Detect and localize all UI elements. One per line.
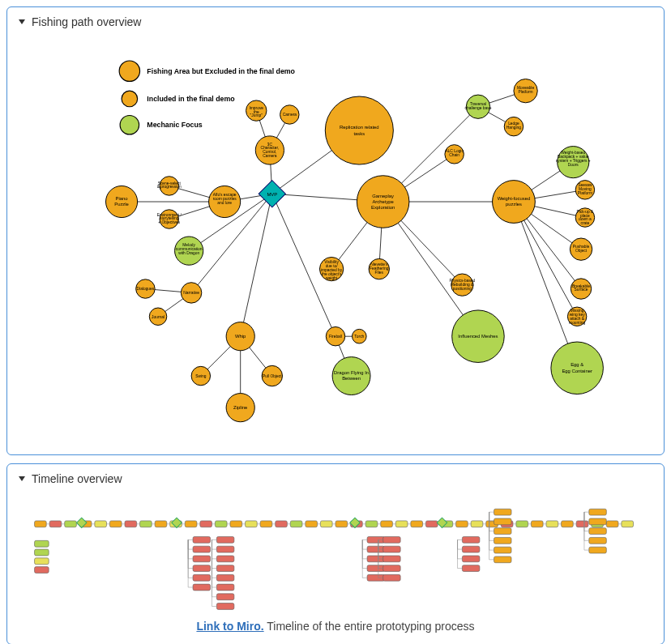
timeline-diagram [19,492,652,613]
svg-text:SeesawMovingPlatform: SeesawMovingPlatform [578,183,592,195]
node-camera: Camera [280,105,299,124]
svg-rect-182 [562,521,574,527]
node-ledge: LedgeHanging [504,117,523,135]
svg-rect-262 [383,565,401,572]
svg-rect-265 [383,574,401,581]
svg-rect-140 [246,521,258,527]
node-influenced: Influenced Meshes [452,310,505,363]
node-physics: Physics-basedRebuilding &positioning [450,274,476,296]
svg-rect-232 [216,594,234,600]
svg-rect-199 [193,546,211,552]
svg-rect-313 [35,540,49,547]
svg-rect-301 [589,518,607,525]
node-traversal: Traversalchallenge base [465,95,492,118]
svg-rect-152 [336,521,348,527]
node-pushable: PushableObject [570,238,592,260]
svg-rect-289 [494,537,512,544]
node-breakable: BreakableSurface [571,279,591,299]
svg-text:Journal: Journal [152,315,165,319]
svg-text:Physics-basedRebuilding &posit: Physics-basedRebuilding &positioning [450,279,476,291]
node-scene: Scene-select& progression [157,177,182,195]
node-nievette: Nievette'sFeatheringFlies [369,258,389,279]
svg-text:Whip: Whip [235,334,246,339]
svg-rect-295 [494,557,512,563]
node-piano: PianoPuzzle [106,186,138,217]
timeline-boxes [35,509,634,609]
svg-rect-253 [383,536,401,543]
svg-rect-223 [216,565,234,572]
svg-rect-298 [589,509,607,515]
panel-header[interactable]: Timeline overview [19,472,652,485]
legend: Fishing Area but Excluded in the final d… [119,61,295,134]
svg-rect-142 [260,521,272,527]
svg-text:LedgeHanging: LedgeHanging [506,122,521,130]
svg-point-2 [120,115,139,134]
svg-rect-271 [462,546,480,552]
node-missing: Missingwing keyattach &mounting [567,307,586,326]
svg-rect-164 [425,521,438,527]
node-alfo: Alfo's escaperoom puzzlesand lore [209,186,241,217]
svg-rect-314 [35,549,49,556]
svg-text:MVP: MVP [267,192,277,197]
timeline-caption: Link to Miro. Timeline of the entire pro… [19,620,652,633]
svg-text:Pull Object: Pull Object [263,374,282,378]
svg-text:Camera: Camera [283,113,297,117]
svg-rect-126 [140,521,152,527]
svg-text:Influenced Meshes: Influenced Meshes [458,334,498,339]
node-pickup: Pick-up &placedown acrate [575,208,594,227]
panel-title: Fishing path overview [32,15,141,28]
svg-rect-307 [589,537,607,544]
svg-rect-176 [516,521,528,527]
node-replication: Replication relatedtasks [325,96,393,164]
node-gameplay: GameplayArchetypeExploration [357,176,409,228]
svg-rect-259 [383,556,401,562]
svg-rect-310 [589,547,607,553]
svg-rect-160 [395,521,408,527]
node-swing: Swing [191,366,210,385]
chevron-down-icon [19,476,25,481]
node-journal: Journal [149,308,167,326]
node-weight: Weight-focusedpuzzles [493,181,536,224]
svg-text:Zipline: Zipline [233,405,247,410]
panel-header[interactable]: Fishing path overview [19,15,652,28]
svg-text:MoveablePlatform: MoveablePlatform [517,86,534,94]
node-whip: Whip [226,322,254,351]
svg-rect-256 [383,546,401,552]
svg-rect-220 [216,556,234,562]
node-pullobj: Pull Object [262,365,282,386]
svg-rect-128 [155,521,167,527]
svg-rect-211 [193,584,211,591]
svg-text:Fireball: Fireball [329,335,342,339]
svg-text:GameplayArchetypeExploration: GameplayArchetypeExploration [371,194,395,210]
svg-rect-315 [35,558,49,565]
node-alclogic: ALC LogicChain [445,145,464,164]
svg-rect-202 [193,556,211,562]
svg-rect-214 [216,536,234,543]
svg-rect-235 [216,603,234,610]
svg-rect-158 [381,521,393,527]
svg-rect-170 [471,521,483,527]
node-mvp: MVP [259,181,285,207]
svg-text:Narrative: Narrative [183,291,199,295]
svg-text:PianoPuzzle: PianoPuzzle [114,196,129,207]
svg-rect-144 [276,521,288,527]
svg-rect-138 [230,521,242,527]
svg-rect-113 [35,521,47,527]
svg-rect-168 [456,521,468,527]
svg-rect-124 [125,521,137,527]
svg-rect-217 [216,546,234,552]
svg-point-0 [119,61,139,81]
svg-rect-156 [365,521,378,527]
svg-rect-196 [193,536,211,543]
svg-text:BreakableSurface: BreakableSurface [572,284,590,292]
miro-link[interactable]: Link to Miro. [196,620,263,633]
svg-line-38 [514,202,577,368]
panel-title: Timeline overview [32,472,122,485]
svg-rect-316 [35,567,49,574]
svg-rect-148 [306,521,318,527]
svg-rect-134 [200,521,212,527]
svg-text:Missingwing keyattach &mountin: Missingwing keyattach &mounting [569,309,585,325]
node-egg: Egg &Egg Container [551,342,604,395]
node-ccc: 3CCharacter,Control,Camera [255,136,284,164]
svg-rect-277 [462,565,480,572]
